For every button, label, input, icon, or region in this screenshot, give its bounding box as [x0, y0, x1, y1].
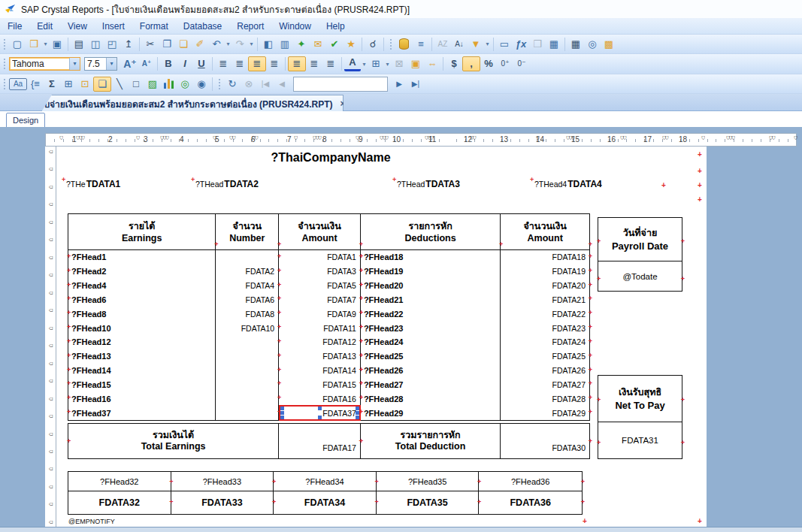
open-dropdown-icon[interactable]: ▾ [42, 41, 49, 47]
field-fhead36[interactable]: ?FHead36 [511, 477, 549, 486]
field-dhead[interactable]: ?FHead26 [361, 366, 404, 375]
header-number-th[interactable]: จำนวน [233, 220, 262, 232]
field-number[interactable]: FDATA10 [241, 324, 279, 333]
total-deduction-th[interactable]: รวมรายการหัก [401, 430, 461, 441]
grow-font-icon[interactable]: A⁺ [122, 56, 138, 71]
ruler-guideline-marker[interactable] [229, 135, 235, 142]
font-size-dropdown-icon[interactable]: ▾ [106, 58, 117, 70]
field-explorer-icon[interactable]: ✦ [293, 37, 310, 52]
report-explorer-icon[interactable]: ▥ [277, 37, 293, 52]
ruler-guideline-marker[interactable] [470, 135, 475, 142]
insert-subreport-icon[interactable]: ❏ [93, 77, 111, 92]
field-number[interactable]: FDATA4 [246, 281, 279, 290]
export-icon[interactable]: ↥ [120, 37, 137, 52]
ruler-guideline-marker[interactable] [59, 135, 62, 142]
select-expert-icon[interactable]: ▼ [468, 37, 484, 52]
field-fdata31[interactable]: FDATA31 [622, 436, 658, 445]
ruler-guideline-marker[interactable] [662, 135, 667, 142]
ruler-guideline-marker[interactable] [425, 135, 432, 142]
field-amount[interactable]: FDATA12 [322, 337, 360, 346]
field-dhead[interactable]: ?FHead21 [361, 295, 404, 304]
undo-dropdown-icon[interactable]: ▾ [225, 41, 232, 47]
ruler-guideline-marker[interactable] [380, 135, 387, 142]
menu-edit[interactable]: Edit [29, 21, 60, 32]
company-name-field[interactable]: ?ThaiCompanyName [262, 151, 400, 165]
open-icon[interactable]: ❒ [26, 37, 42, 52]
toolbar-handle[interactable] [389, 38, 392, 51]
field-fdata34[interactable]: FDATA34 [304, 497, 345, 508]
workbench-icon[interactable]: ★ [343, 37, 359, 52]
field-damount[interactable]: FDATA23 [552, 324, 589, 333]
field-amount[interactable]: FDATA15 [322, 380, 360, 389]
select-expert-dropdown-icon[interactable]: ▾ [484, 41, 491, 47]
field-fdata32[interactable]: FDATA32 [99, 497, 140, 508]
preview-panel-icon[interactable]: ◧ [260, 37, 277, 52]
field-damount[interactable]: FDATA24 [552, 337, 589, 346]
ruler-guideline-marker[interactable] [213, 135, 215, 142]
ruler-guideline-marker[interactable] [726, 135, 734, 142]
align-center-icon[interactable]: ≣ [232, 56, 248, 71]
tdata-field[interactable]: TDATA4 [567, 179, 602, 189]
header-earnings-th[interactable]: รายได้ [129, 220, 155, 232]
underline-icon[interactable]: U [193, 56, 210, 71]
increase-decimals-icon[interactable]: 0⁺ [497, 56, 513, 71]
toolbar-handle[interactable] [2, 57, 6, 71]
field-damount[interactable]: FDATA27 [552, 380, 589, 389]
header-amount1-th[interactable]: จำนวนเงิน [298, 220, 340, 232]
field-head[interactable]: ?FHead12 [68, 337, 111, 346]
header-earnings-en[interactable]: Earnings [122, 232, 162, 244]
section-expert-icon[interactable]: ▭ [496, 37, 513, 52]
field-fdata36[interactable]: FDATA36 [510, 497, 550, 508]
field-amount[interactable]: FDATA1 [327, 252, 360, 261]
tdata-field[interactable]: TDATA1 [86, 179, 121, 189]
valign-bottom-icon[interactable]: ≣ [322, 56, 339, 71]
ruler-guideline-marker[interactable] [160, 135, 168, 142]
field-amount[interactable]: FDATA11 [323, 324, 360, 333]
header-deductions-en[interactable]: Deductions [405, 232, 456, 244]
header-number-en[interactable]: Number [229, 232, 265, 244]
menu-insert[interactable]: Insert [95, 21, 132, 32]
ruler-guideline-marker[interactable] [769, 135, 774, 142]
toolbar-handle[interactable] [217, 77, 221, 91]
save-icon[interactable]: ▣ [49, 37, 65, 52]
field-empnotify[interactable]: @EMPNOTIFY [68, 518, 115, 525]
record-sort-expert-icon[interactable]: A↓ [451, 37, 468, 52]
borders-icon[interactable]: ⊞ [368, 56, 384, 71]
undo-icon[interactable]: ↶ [208, 37, 225, 52]
field-amount[interactable]: FDATA9 [327, 310, 360, 319]
tdata-field[interactable]: TDATA3 [425, 179, 460, 189]
lock-size-icon[interactable]: ⇔ [424, 56, 440, 71]
ruler-guideline-marker[interactable] [701, 135, 704, 142]
font-name-combo[interactable]: ▾ [9, 57, 80, 71]
valign-top-icon[interactable]: ≣ [288, 56, 306, 71]
title-field-1[interactable]: ?THeTDATA1 [66, 177, 120, 191]
document-tab[interactable]: ใบจ่ายเงินเดือนพร้อมยอดสะสม2 สำหรับกระดา… [41, 95, 343, 112]
net-to-pay-th[interactable]: เงินรับสุทธิ [619, 386, 661, 399]
insert-group-icon[interactable]: {≡ [27, 77, 44, 92]
field-dhead[interactable]: ?FHead24 [361, 337, 404, 346]
database-expert-icon[interactable] [399, 38, 409, 50]
field-head[interactable]: ?FHead4 [68, 281, 106, 290]
print-icon[interactable]: ▤ [71, 37, 87, 52]
field-amount[interactable]: FDATA5 [327, 281, 360, 290]
ruler-guideline-marker[interactable] [252, 135, 257, 142]
print-preview-icon[interactable]: ◫ [87, 37, 104, 52]
ruler-guideline-marker[interactable] [136, 135, 138, 142]
formula-workshop-icon[interactable]: ƒx [513, 37, 529, 52]
tdata-field[interactable]: TDATA2 [224, 179, 259, 189]
toolbar-handle[interactable] [2, 77, 6, 91]
field-todate[interactable]: @Todate [622, 272, 657, 281]
insert-line-icon[interactable]: ╲ [111, 77, 128, 92]
group-expert-icon[interactable]: ≡ [413, 37, 429, 52]
title-field-3[interactable]: ?THeadTDATA3 [397, 177, 460, 191]
shrink-font-icon[interactable]: A⁺ [138, 56, 155, 71]
field-number[interactable]: FDATA8 [246, 310, 279, 319]
field-dhead[interactable]: ?FHead20 [361, 281, 404, 290]
insert-picture-icon[interactable]: ▨ [144, 77, 161, 92]
redo-icon[interactable]: ↷ [232, 37, 248, 52]
ruler-guideline-marker[interactable] [356, 135, 358, 142]
field-head[interactable]: ?FHead6 [68, 295, 106, 304]
copy-icon[interactable]: ❐ [159, 37, 175, 52]
zoom-icon[interactable]: ◰ [104, 37, 120, 52]
font-name-input[interactable] [10, 59, 69, 69]
